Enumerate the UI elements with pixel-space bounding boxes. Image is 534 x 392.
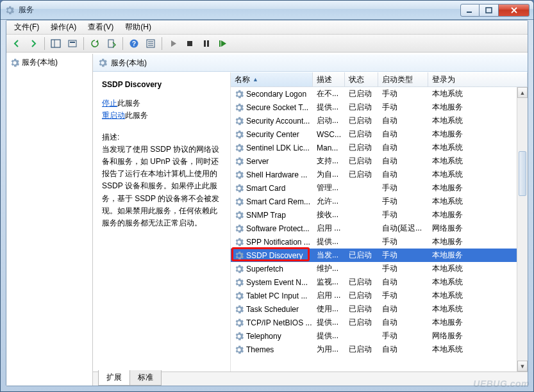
service-logon: 本地系统	[428, 277, 478, 288]
restart-button[interactable]	[215, 37, 231, 51]
service-status: 已启动	[345, 304, 378, 314]
toolbar-separator	[162, 37, 162, 50]
service-row[interactable]: Tablet PC Input ...启用 ...已启动手动本地系统	[231, 289, 517, 302]
service-row[interactable]: TCP/IP NetBIOS ...提供...已启动自动本地服务	[231, 316, 517, 329]
service-desc: 启用 ...	[313, 290, 345, 301]
service-row[interactable]: SSDP Discovery当发...已启动手动本地服务	[231, 249, 517, 262]
service-desc: 监视...	[313, 277, 345, 288]
svg-rect-4	[69, 40, 76, 47]
service-row[interactable]: Sentinel LDK Lic...Man...已启动自动本地系统	[231, 141, 517, 154]
play-button[interactable]	[165, 37, 181, 51]
menubar: 文件(F)操作(A)查看(V)帮助(H)	[6, 20, 528, 35]
tree-root-services[interactable]: 服务(本地)	[8, 55, 91, 70]
service-row[interactable]: System Event N...监视...已启动自动本地系统	[231, 275, 517, 289]
service-row[interactable]: Task Scheduler使用...已启动自动本地系统	[231, 302, 517, 316]
toolbar-separator	[44, 37, 45, 50]
scroll-thumb[interactable]	[519, 151, 526, 196]
service-status: 已启动	[345, 129, 378, 140]
gear-icon	[235, 251, 244, 260]
titlebar[interactable]: 服务	[1, 1, 533, 20]
column-header-1[interactable]: 描述	[313, 72, 345, 86]
tree-pane: 服务(本地)	[6, 54, 93, 386]
refresh-button[interactable]	[87, 37, 103, 51]
service-row[interactable]: Secure Socket T...提供...已启动手动本地服务	[231, 101, 517, 114]
service-startup: 手动	[378, 196, 428, 207]
service-row[interactable]: Telephony提供...手动网络服务	[231, 329, 517, 343]
service-logon: 本地系统	[428, 88, 478, 99]
service-row[interactable]: Smart Card Rem...允许...手动本地系统	[231, 195, 517, 208]
gear-icon	[235, 130, 244, 139]
menu-3[interactable]: 帮助(H)	[120, 20, 156, 34]
service-desc: Man...	[313, 143, 345, 152]
help-button[interactable]: ?	[126, 37, 142, 51]
export-button[interactable]	[104, 37, 119, 51]
service-logon: 本地系统	[428, 115, 478, 126]
service-row[interactable]: Server支持...已启动自动本地系统	[231, 154, 517, 168]
show-hide-button[interactable]	[65, 37, 80, 51]
service-name: Security Account...	[246, 117, 310, 126]
props-button[interactable]	[143, 37, 158, 51]
service-row[interactable]: Security Account...启动...已启动自动本地系统	[231, 114, 517, 127]
service-status: 已启动	[345, 277, 378, 288]
service-row[interactable]: Smart Card管理...手动本地服务	[231, 181, 517, 195]
column-header-3[interactable]: 启动类型	[378, 72, 428, 86]
service-desc: 在不...	[313, 88, 345, 99]
menu-2[interactable]: 查看(V)	[83, 20, 119, 34]
service-startup: 自动	[378, 156, 428, 167]
service-desc: 接收...	[313, 209, 345, 220]
stop-link[interactable]: 停止	[102, 99, 117, 108]
service-logon: 本地服务	[428, 102, 478, 113]
column-header-0[interactable]: 名称▲	[231, 72, 313, 86]
panes-icon	[51, 38, 61, 49]
service-row[interactable]: Security CenterWSC...已启动自动本地服务	[231, 127, 517, 141]
panel-header-label: 服务(本地)	[111, 58, 147, 69]
service-row[interactable]: Secondary Logon在不...已启动手动本地系统	[231, 87, 517, 101]
gear-icon	[235, 211, 244, 220]
scroll-up-button[interactable]: ▲	[517, 87, 528, 98]
scroll-down-button[interactable]: ▼	[517, 361, 528, 372]
service-startup: 手动	[378, 250, 428, 261]
back-button[interactable]	[9, 37, 24, 51]
svg-rect-2	[51, 40, 60, 47]
service-status: 已启动	[345, 102, 378, 113]
client-area: 文件(F)操作(A)查看(V)帮助(H) ? 服务(本地) 服务(本地) SSD…	[6, 20, 528, 386]
pause-icon	[201, 38, 212, 49]
tree-root-label: 服务(本地)	[22, 57, 58, 68]
tab-扩展[interactable]: 扩展	[98, 370, 130, 386]
svg-rect-13	[187, 41, 192, 46]
minimize-button[interactable]	[460, 4, 480, 17]
service-row[interactable]: SNMP Trap接收...手动本地服务	[231, 208, 517, 222]
refresh-icon	[90, 38, 100, 49]
pause-button[interactable]	[199, 37, 214, 51]
gear-icon	[235, 238, 244, 247]
service-logon: 本地系统	[428, 290, 478, 301]
tab-标准[interactable]: 标准	[129, 370, 162, 386]
column-header-4[interactable]: 登录为	[428, 72, 528, 86]
toolbar-separator	[83, 37, 84, 50]
menu-0[interactable]: 文件(F)	[9, 20, 44, 34]
service-row[interactable]: Superfetch维护...手动本地系统	[231, 262, 517, 275]
service-row[interactable]: Themes为用...已启动自动本地系统	[231, 343, 517, 356]
menu-1[interactable]: 操作(A)	[46, 20, 81, 34]
service-status: 已启动	[345, 115, 378, 126]
list-body[interactable]: Secondary Logon在不...已启动手动本地系统Secure Sock…	[231, 87, 517, 372]
panes-button[interactable]	[48, 37, 63, 51]
forward-button[interactable]	[26, 37, 41, 51]
gear-icon	[235, 184, 244, 193]
service-name: Sentinel LDK Lic...	[246, 143, 310, 152]
service-row[interactable]: Software Protect...启用 ...自动(延迟...网络服务	[231, 222, 517, 235]
maximize-button[interactable]	[480, 4, 499, 17]
restart-link[interactable]: 重启动	[102, 111, 125, 120]
service-name: SNMP Trap	[246, 211, 286, 220]
close-button[interactable]	[499, 4, 530, 17]
service-row[interactable]: SPP Notification ...提供...手动本地服务	[231, 235, 517, 249]
service-desc: 使用...	[313, 304, 345, 314]
service-logon: 本地系统	[428, 263, 478, 274]
detail-desc-label: 描述:	[102, 131, 224, 143]
service-row[interactable]: Shell Hardware ...为自...已启动自动本地系统	[231, 168, 517, 181]
column-header-2[interactable]: 状态	[345, 72, 378, 86]
service-name: Shell Hardware ...	[246, 170, 307, 179]
detail-desc-text: 当发现了使用 SSDP 协议的网络设备和服务，如 UPnP 设备，同时还报告了运…	[102, 143, 224, 229]
vertical-scrollbar[interactable]: ▲ ▼	[517, 87, 528, 372]
stop-button[interactable]	[182, 37, 197, 51]
